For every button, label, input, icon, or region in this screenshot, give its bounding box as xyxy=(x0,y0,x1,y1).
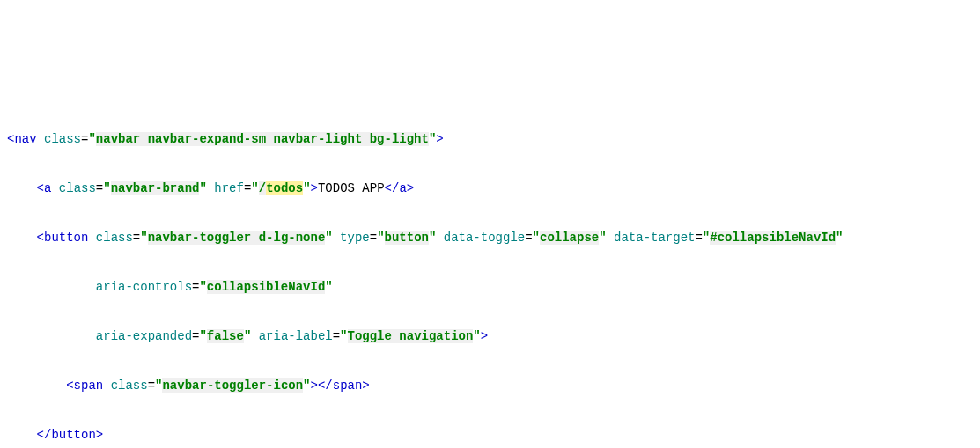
code-line: aria-expanded="false" aria-label="Toggle… xyxy=(7,324,973,349)
code-line: </button> xyxy=(7,422,973,447)
code-line: <a class="navbar-brand" href="/todos">TO… xyxy=(7,176,973,201)
highlight-todos: todos xyxy=(266,181,303,195)
code-line: <span class="navbar-toggler-icon"></span… xyxy=(7,373,973,398)
code-snippet: <nav class="navbar navbar-expand-sm navb… xyxy=(7,102,973,448)
code-line: <button class="navbar-toggler d-lg-none"… xyxy=(7,225,973,250)
code-line: aria-controls="collapsibleNavId" xyxy=(7,275,973,299)
code-line: <nav class="navbar navbar-expand-sm navb… xyxy=(7,127,973,151)
